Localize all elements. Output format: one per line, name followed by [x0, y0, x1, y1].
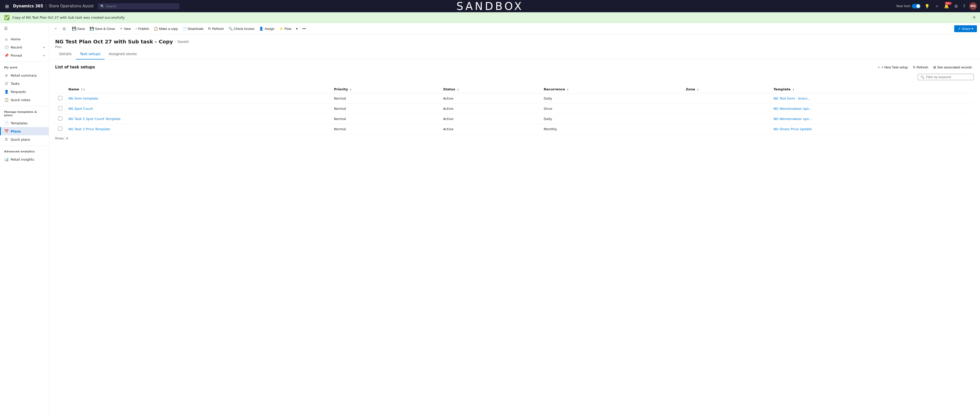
template-link[interactable]: NG Test form - branc... [773, 97, 811, 100]
templates-icon: 📄 [4, 121, 9, 125]
record-subtitle: Plan [55, 45, 974, 49]
filter-box[interactable]: 🔍 [918, 74, 974, 80]
template-link[interactable]: NG Shoes Price Update [773, 127, 812, 131]
tab-task-setups[interactable]: Task setups [76, 49, 105, 59]
share-button[interactable]: ↗ Share ▾ [954, 25, 977, 32]
breadcrumb-button[interactable]: ⊡ [61, 25, 68, 32]
row-name: NG Spot Count [65, 104, 331, 114]
list-refresh-label: Refresh [917, 65, 928, 69]
sidebar-item-requests[interactable]: 👤 Requests [0, 88, 49, 96]
new-task-setup-icon: ＋ [877, 65, 880, 69]
row-checkbox[interactable] [58, 106, 62, 110]
recent-icon: 🕐 [4, 45, 9, 49]
row-checkbox[interactable] [58, 96, 62, 100]
sidebar-toggle[interactable]: ☰ [0, 23, 49, 34]
record-title-text: NG Test Plan Oct 27 with Sub task - Copy [55, 38, 173, 45]
filter-row: 🔍 [55, 74, 974, 83]
sidebar-item-pinned[interactable]: 📌 Pinned ▾ [0, 51, 49, 59]
manage-section: 📄 Templates 📅 Plans 🗓 Quick plans [0, 118, 49, 145]
search-box[interactable]: 🔍 [98, 3, 180, 9]
refresh-icon: ↻ [208, 27, 211, 31]
pinned-icon: 📌 [4, 53, 9, 57]
col-header-template[interactable]: Template ↓ [770, 85, 974, 94]
new-look-switch[interactable] [912, 4, 921, 8]
sidebar-item-quick-notes[interactable]: 📋 Quick notes [0, 96, 49, 104]
help-icon[interactable]: ? [962, 3, 966, 10]
template-link[interactable]: NG Womenswear spo... [773, 117, 812, 121]
row-checkbox[interactable] [58, 127, 62, 131]
list-refresh-button[interactable]: ↻ Refresh [911, 64, 931, 70]
task-link[interactable]: NG form template [68, 97, 98, 100]
col-header-zone[interactable]: Zone ↓ [682, 85, 770, 94]
record-title: NG Test Plan Oct 27 with Sub task - Copy… [55, 38, 974, 45]
col-header-priority[interactable]: Priority ↓ [331, 85, 440, 94]
task-link[interactable]: NG Spot Count [68, 107, 93, 111]
table-row: NG Task 2 Spot Count Template Normal Act… [55, 114, 974, 124]
notification-icon[interactable]: 🔔 99+ [943, 3, 950, 10]
see-associated-label: See associated records [937, 65, 972, 69]
col-header-status[interactable]: Status ↓ [440, 85, 541, 94]
assign-button[interactable]: 👤 Assign [257, 25, 277, 32]
col-header-recurrence[interactable]: Recurrence ↓ [541, 85, 683, 94]
new-task-setup-button[interactable]: ＋ + New Task setup [875, 64, 910, 71]
col-header-check [55, 85, 65, 94]
make-copy-button[interactable]: 📋 Make a copy [151, 25, 180, 32]
success-close-button[interactable]: ✕ [973, 15, 976, 20]
search-input[interactable] [106, 4, 177, 8]
back-button[interactable]: ← [52, 25, 60, 32]
tab-assigned-stores[interactable]: Assigned stores [105, 49, 141, 59]
sidebar-item-recent[interactable]: 🕐 Recent ▾ [0, 43, 49, 51]
row-checkbox[interactable] [58, 116, 62, 121]
save-close-icon: 💾 [89, 27, 94, 31]
table-header: Name ↑↓ Priority ↓ Status ↓ Recurrence [55, 85, 974, 94]
save-button[interactable]: 💾 Save [70, 25, 87, 32]
plus-icon[interactable]: ＋ [934, 3, 940, 10]
task-link[interactable]: NG Task 3 Price Template [68, 127, 110, 131]
flow-button[interactable]: ⚡ Flow [277, 25, 293, 32]
row-checkbox-cell[interactable] [55, 124, 65, 134]
sidebar-plans-label: Plans [11, 129, 21, 133]
see-associated-button[interactable]: ⊞ See associated records [931, 64, 974, 70]
success-message: Copy of NG Test Plan Oct 27 with Sub tas… [12, 16, 970, 19]
refresh-button[interactable]: ↻ Refresh [206, 25, 226, 32]
check-access-icon: 🔍 [228, 27, 233, 31]
settings-icon[interactable]: ⚙ [953, 3, 959, 10]
save-close-button[interactable]: 💾 Save & Close [88, 25, 117, 32]
row-checkbox-cell[interactable] [55, 114, 65, 124]
col-header-name[interactable]: Name ↑↓ [65, 85, 331, 94]
template-link[interactable]: NG Womenswear spo... [773, 107, 812, 111]
sidebar-item-tasks[interactable]: ☑ Tasks [0, 80, 49, 88]
sidebar-item-retail-insights[interactable]: 📊 Retail insights [0, 155, 49, 163]
sidebar-item-templates[interactable]: 📄 Templates [0, 119, 49, 127]
row-checkbox-cell[interactable] [55, 104, 65, 114]
task-table: Name ↑↓ Priority ↓ Status ↓ Recurrence [55, 85, 974, 134]
task-link[interactable]: NG Task 2 Spot Count Template [68, 117, 121, 121]
check-access-button[interactable]: 🔍 Check Access [226, 25, 257, 32]
record-saved-status: - Saved [175, 40, 189, 44]
analytics-group-label: Advanced analytics [0, 147, 49, 154]
flow-chevron[interactable]: ▾ [294, 25, 300, 32]
sidebar-item-plans[interactable]: 📅 Plans [0, 127, 49, 135]
publish-button[interactable]: ↑ Publish [133, 25, 151, 32]
filter-input[interactable] [926, 75, 971, 79]
sidebar-tasks-label: Tasks [11, 82, 20, 86]
make-copy-label: Make a copy [159, 27, 178, 31]
sidebar-pinned-label: Pinned [11, 54, 22, 57]
success-check-icon: ✅ [4, 15, 10, 20]
sidebar-item-retail-summary[interactable]: ≡ Retail summary [0, 71, 49, 80]
share-chevron-icon: ▾ [972, 27, 974, 31]
new-look-toggle[interactable]: New look [896, 4, 921, 8]
list-header-actions: ＋ + New Task setup ↻ Refresh ⊞ See assoc… [875, 64, 974, 71]
new-button[interactable]: ＋ New [118, 25, 133, 32]
sidebar-item-quick-plans[interactable]: 🗓 Quick plans [0, 135, 49, 143]
lightbulb-icon[interactable]: 💡 [924, 3, 931, 10]
row-zone [682, 104, 770, 114]
user-avatar[interactable]: MS [969, 2, 977, 10]
tab-details[interactable]: Details [55, 49, 76, 59]
waffle-menu[interactable]: ⊞ [3, 3, 11, 10]
sidebar-item-home[interactable]: ⌂ Home [0, 35, 49, 43]
deactivate-button[interactable]: 📄 Deactivate [180, 25, 205, 32]
more-button[interactable]: ••• [301, 25, 308, 32]
row-checkbox-cell[interactable] [55, 94, 65, 104]
flow-dropdown[interactable]: ⚡ Flow ▾ [277, 25, 300, 32]
